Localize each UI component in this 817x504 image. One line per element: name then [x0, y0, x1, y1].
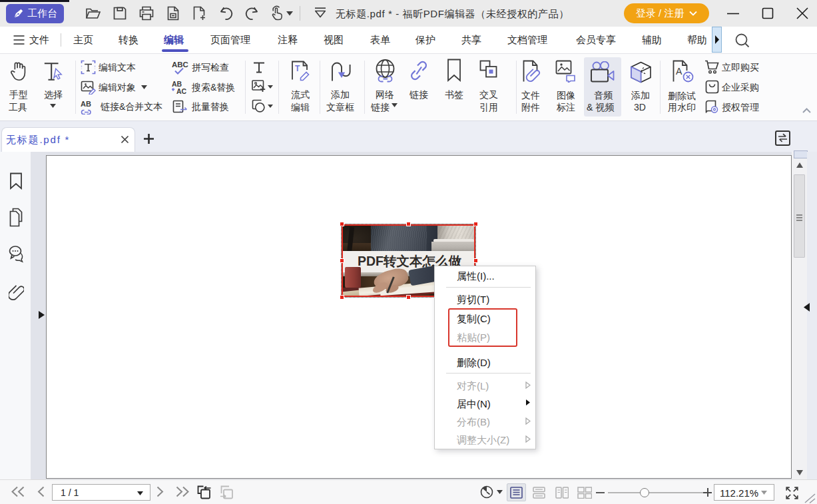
svg-text:AB: AB: [81, 100, 91, 108]
svg-text:ABC: ABC: [172, 61, 188, 69]
svg-text:T: T: [295, 64, 300, 73]
svg-text:AC: AC: [176, 87, 187, 95]
svg-text:A: A: [676, 66, 682, 77]
